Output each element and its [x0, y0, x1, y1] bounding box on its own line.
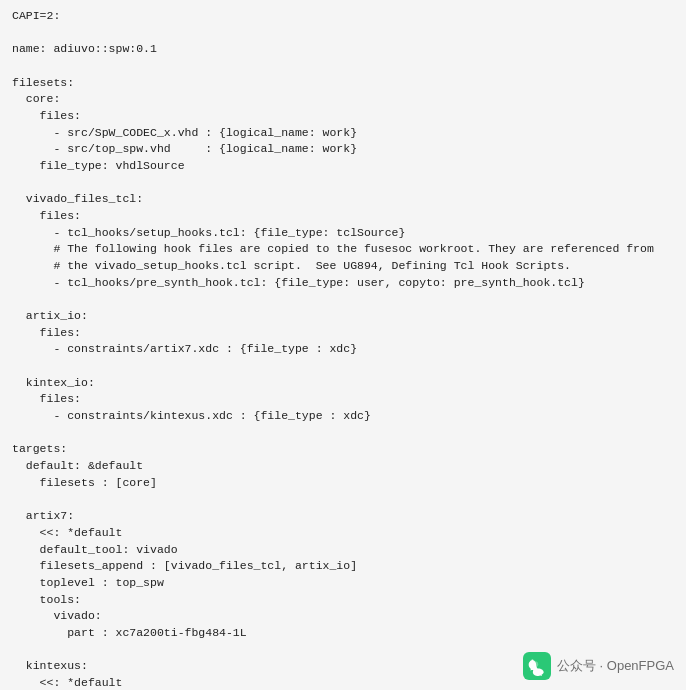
watermark-text: 公众号 · OpenFPGA — [557, 657, 674, 675]
watermark: 公众号 · OpenFPGA — [523, 652, 674, 680]
svg-point-4 — [539, 671, 541, 673]
wechat-icon — [527, 656, 547, 676]
watermark-icon — [523, 652, 551, 680]
code-content: CAPI=2: name: adiuvo::spw:0.1 filesets: … — [12, 8, 674, 690]
svg-point-3 — [537, 671, 539, 673]
svg-point-2 — [534, 664, 536, 666]
svg-point-0 — [529, 661, 538, 668]
svg-point-1 — [532, 664, 534, 666]
main-container: CAPI=2: name: adiuvo::spw:0.1 filesets: … — [0, 0, 686, 690]
